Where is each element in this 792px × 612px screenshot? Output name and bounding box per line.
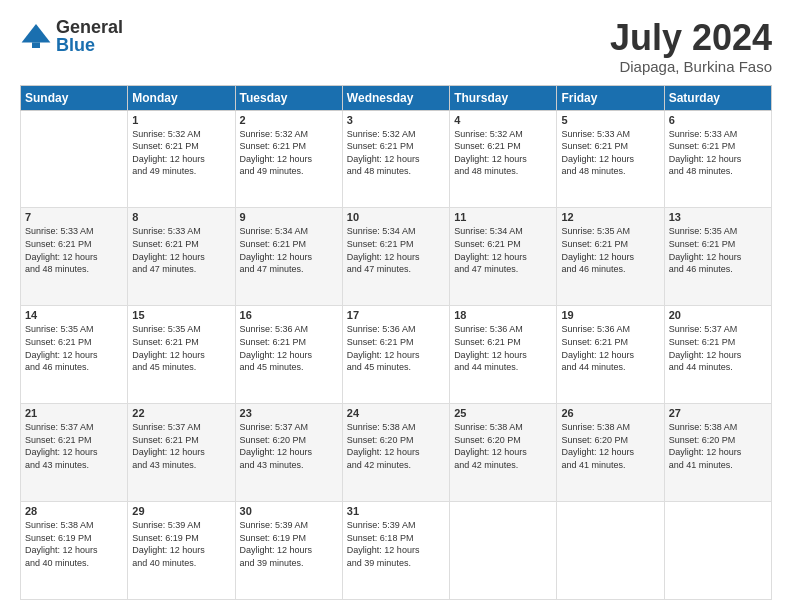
calendar-cell: 13Sunrise: 5:35 AM Sunset: 6:21 PM Dayli… [664,208,771,306]
day-info: Sunrise: 5:36 AM Sunset: 6:21 PM Dayligh… [240,323,338,373]
svg-rect-1 [32,42,40,48]
day-number: 10 [347,211,445,223]
day-number: 17 [347,309,445,321]
day-number: 20 [669,309,767,321]
day-info: Sunrise: 5:35 AM Sunset: 6:21 PM Dayligh… [669,225,767,275]
day-info: Sunrise: 5:32 AM Sunset: 6:21 PM Dayligh… [132,128,230,178]
calendar-cell: 1Sunrise: 5:32 AM Sunset: 6:21 PM Daylig… [128,110,235,208]
day-info: Sunrise: 5:37 AM Sunset: 6:21 PM Dayligh… [25,421,123,471]
day-number: 1 [132,114,230,126]
day-number: 15 [132,309,230,321]
calendar-cell: 17Sunrise: 5:36 AM Sunset: 6:21 PM Dayli… [342,306,449,404]
day-number: 25 [454,407,552,419]
calendar-cell: 24Sunrise: 5:38 AM Sunset: 6:20 PM Dayli… [342,404,449,502]
calendar-cell: 9Sunrise: 5:34 AM Sunset: 6:21 PM Daylig… [235,208,342,306]
day-number: 6 [669,114,767,126]
calendar-cell [557,502,664,600]
calendar-cell: 31Sunrise: 5:39 AM Sunset: 6:18 PM Dayli… [342,502,449,600]
calendar-cell [450,502,557,600]
day-number: 26 [561,407,659,419]
calendar-cell: 5Sunrise: 5:33 AM Sunset: 6:21 PM Daylig… [557,110,664,208]
day-number: 27 [669,407,767,419]
day-number: 7 [25,211,123,223]
day-number: 18 [454,309,552,321]
calendar-cell: 14Sunrise: 5:35 AM Sunset: 6:21 PM Dayli… [21,306,128,404]
day-number: 23 [240,407,338,419]
day-info: Sunrise: 5:34 AM Sunset: 6:21 PM Dayligh… [240,225,338,275]
calendar-cell: 23Sunrise: 5:37 AM Sunset: 6:20 PM Dayli… [235,404,342,502]
day-info: Sunrise: 5:33 AM Sunset: 6:21 PM Dayligh… [25,225,123,275]
header: General Blue July 2024 Diapaga, Burkina … [20,18,772,75]
day-info: Sunrise: 5:39 AM Sunset: 6:18 PM Dayligh… [347,519,445,569]
calendar-week-4: 28Sunrise: 5:38 AM Sunset: 6:19 PM Dayli… [21,502,772,600]
day-number: 2 [240,114,338,126]
calendar-cell: 30Sunrise: 5:39 AM Sunset: 6:19 PM Dayli… [235,502,342,600]
calendar-cell: 6Sunrise: 5:33 AM Sunset: 6:21 PM Daylig… [664,110,771,208]
calendar-cell: 21Sunrise: 5:37 AM Sunset: 6:21 PM Dayli… [21,404,128,502]
day-header-monday: Monday [128,85,235,110]
calendar-cell: 11Sunrise: 5:34 AM Sunset: 6:21 PM Dayli… [450,208,557,306]
logo-general: General [56,18,123,36]
calendar-week-2: 14Sunrise: 5:35 AM Sunset: 6:21 PM Dayli… [21,306,772,404]
calendar-cell: 2Sunrise: 5:32 AM Sunset: 6:21 PM Daylig… [235,110,342,208]
day-info: Sunrise: 5:35 AM Sunset: 6:21 PM Dayligh… [132,323,230,373]
day-info: Sunrise: 5:32 AM Sunset: 6:21 PM Dayligh… [240,128,338,178]
day-number: 12 [561,211,659,223]
day-info: Sunrise: 5:36 AM Sunset: 6:21 PM Dayligh… [347,323,445,373]
calendar-cell: 20Sunrise: 5:37 AM Sunset: 6:21 PM Dayli… [664,306,771,404]
day-header-thursday: Thursday [450,85,557,110]
day-info: Sunrise: 5:32 AM Sunset: 6:21 PM Dayligh… [454,128,552,178]
day-number: 30 [240,505,338,517]
calendar-cell: 16Sunrise: 5:36 AM Sunset: 6:21 PM Dayli… [235,306,342,404]
calendar-cell: 27Sunrise: 5:38 AM Sunset: 6:20 PM Dayli… [664,404,771,502]
calendar-cell: 25Sunrise: 5:38 AM Sunset: 6:20 PM Dayli… [450,404,557,502]
day-number: 5 [561,114,659,126]
day-info: Sunrise: 5:35 AM Sunset: 6:21 PM Dayligh… [561,225,659,275]
calendar-cell: 12Sunrise: 5:35 AM Sunset: 6:21 PM Dayli… [557,208,664,306]
day-info: Sunrise: 5:36 AM Sunset: 6:21 PM Dayligh… [561,323,659,373]
logo-text: General Blue [56,18,123,54]
calendar-header-row: SundayMondayTuesdayWednesdayThursdayFrid… [21,85,772,110]
day-info: Sunrise: 5:38 AM Sunset: 6:20 PM Dayligh… [669,421,767,471]
day-header-sunday: Sunday [21,85,128,110]
day-info: Sunrise: 5:32 AM Sunset: 6:21 PM Dayligh… [347,128,445,178]
location: Diapaga, Burkina Faso [610,58,772,75]
calendar-cell: 22Sunrise: 5:37 AM Sunset: 6:21 PM Dayli… [128,404,235,502]
day-number: 19 [561,309,659,321]
day-info: Sunrise: 5:38 AM Sunset: 6:19 PM Dayligh… [25,519,123,569]
day-header-wednesday: Wednesday [342,85,449,110]
calendar-cell: 26Sunrise: 5:38 AM Sunset: 6:20 PM Dayli… [557,404,664,502]
calendar-cell: 8Sunrise: 5:33 AM Sunset: 6:21 PM Daylig… [128,208,235,306]
calendar-cell: 19Sunrise: 5:36 AM Sunset: 6:21 PM Dayli… [557,306,664,404]
calendar-cell: 7Sunrise: 5:33 AM Sunset: 6:21 PM Daylig… [21,208,128,306]
day-info: Sunrise: 5:33 AM Sunset: 6:21 PM Dayligh… [132,225,230,275]
calendar-cell [21,110,128,208]
day-info: Sunrise: 5:36 AM Sunset: 6:21 PM Dayligh… [454,323,552,373]
day-info: Sunrise: 5:35 AM Sunset: 6:21 PM Dayligh… [25,323,123,373]
day-header-saturday: Saturday [664,85,771,110]
day-number: 14 [25,309,123,321]
day-header-tuesday: Tuesday [235,85,342,110]
day-number: 21 [25,407,123,419]
calendar-cell: 29Sunrise: 5:39 AM Sunset: 6:19 PM Dayli… [128,502,235,600]
day-number: 9 [240,211,338,223]
title-block: July 2024 Diapaga, Burkina Faso [610,18,772,75]
logo: General Blue [20,18,123,54]
calendar-cell: 18Sunrise: 5:36 AM Sunset: 6:21 PM Dayli… [450,306,557,404]
day-number: 3 [347,114,445,126]
calendar-cell [664,502,771,600]
calendar-cell: 28Sunrise: 5:38 AM Sunset: 6:19 PM Dayli… [21,502,128,600]
day-number: 24 [347,407,445,419]
calendar-week-3: 21Sunrise: 5:37 AM Sunset: 6:21 PM Dayli… [21,404,772,502]
month-year: July 2024 [610,18,772,58]
calendar-week-1: 7Sunrise: 5:33 AM Sunset: 6:21 PM Daylig… [21,208,772,306]
day-number: 29 [132,505,230,517]
day-info: Sunrise: 5:38 AM Sunset: 6:20 PM Dayligh… [561,421,659,471]
page: General Blue July 2024 Diapaga, Burkina … [0,0,792,612]
day-number: 31 [347,505,445,517]
day-number: 4 [454,114,552,126]
day-info: Sunrise: 5:37 AM Sunset: 6:20 PM Dayligh… [240,421,338,471]
day-number: 22 [132,407,230,419]
day-info: Sunrise: 5:39 AM Sunset: 6:19 PM Dayligh… [132,519,230,569]
day-info: Sunrise: 5:34 AM Sunset: 6:21 PM Dayligh… [454,225,552,275]
